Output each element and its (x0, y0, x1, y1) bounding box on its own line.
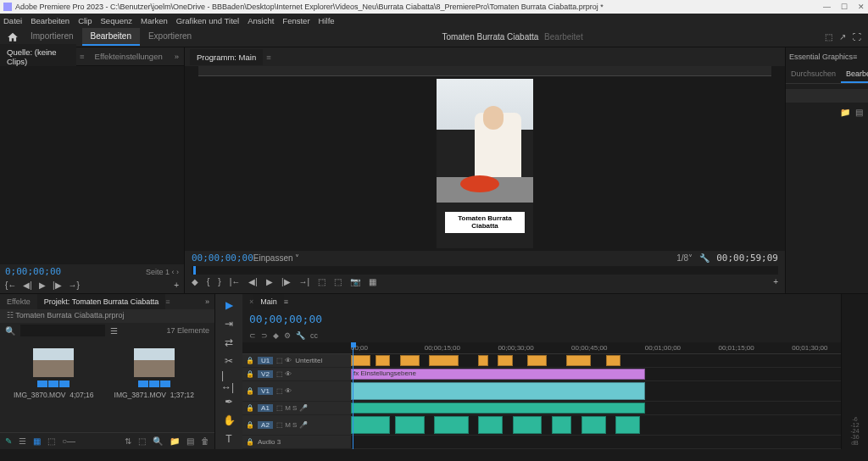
selection-tool-icon[interactable]: ▶ (221, 299, 236, 311)
effect-controls-tab[interactable]: Effekteinstellungen (88, 48, 170, 64)
project-status: Bearbeitet (544, 32, 583, 42)
menu-clip[interactable]: Clip (78, 16, 92, 25)
mark-out-icon[interactable]: →} (69, 280, 80, 290)
graphics-browse-tab[interactable]: Durchsuchen (786, 66, 841, 83)
write-icon[interactable]: ✎ (5, 436, 12, 446)
find-icon[interactable]: 🔍 (153, 436, 163, 446)
play-icon[interactable]: ▶ (39, 280, 46, 290)
close-button[interactable]: ✕ (858, 3, 865, 11)
razor-tool-icon[interactable]: ✂ (221, 355, 236, 367)
slip-tool-icon[interactable]: |↔| (221, 374, 236, 389)
track-select-tool-icon[interactable]: ⇥ (221, 318, 236, 330)
minimize-button[interactable]: — (823, 3, 831, 11)
program-mini-timeline[interactable] (192, 266, 778, 275)
program-timecode-in[interactable]: 00;00;00;00 (192, 253, 253, 264)
ripple-tool-icon[interactable]: ⇄ (221, 336, 236, 348)
layer-icon[interactable]: ▤ (855, 108, 863, 117)
bin-icon[interactable]: ☷ (7, 311, 14, 319)
wrench-icon[interactable]: 🔧 (296, 331, 305, 340)
folder-icon[interactable]: 📁 (840, 108, 850, 117)
quick-export-icon[interactable]: ⬚ (825, 32, 832, 42)
menu-fenster[interactable]: Fenster (282, 16, 309, 25)
type-tool-icon[interactable]: T (221, 433, 236, 445)
menu-marken[interactable]: Marken (141, 16, 168, 25)
play-icon[interactable]: ▶ (266, 277, 273, 286)
project-breadcrumb[interactable]: Tomaten Burrata Ciabatta.prproj (15, 311, 124, 319)
extract-icon[interactable]: ⬚ (334, 277, 342, 286)
mark-in-icon[interactable]: {← (5, 280, 16, 290)
timeline-tools: ▶ ⇥ ⇄ ✂ |↔| ✒ ✋ T (215, 294, 242, 449)
settings-icon[interactable]: ⚙ (284, 331, 291, 340)
snap-icon[interactable]: ⊂ (249, 331, 256, 340)
media-item[interactable]: IMG_3870.MOV 4;07;16 (14, 348, 94, 422)
icon-view-icon[interactable]: ▦ (33, 436, 41, 446)
essential-graphics-tab[interactable]: Essential Graphics (789, 53, 853, 61)
program-panel-tab[interactable]: Programm: Main (190, 49, 263, 65)
effects-panel-tab[interactable]: Effekte (0, 294, 37, 309)
step-forward-icon[interactable]: |▶ (281, 277, 291, 286)
pen-tool-icon[interactable]: ✒ (221, 396, 236, 408)
timeline-tracks-area[interactable]: 00;00 00;00;15;00 00;00;30;00 00;00;45;0… (351, 342, 841, 449)
zoom-level[interactable]: 1/8 (676, 253, 688, 263)
menubar: Datei Bearbeiten Clip Sequenz Marken Gra… (0, 14, 868, 27)
out-icon[interactable]: } (218, 277, 220, 286)
new-item-icon[interactable]: ▤ (186, 436, 194, 446)
goto-in-icon[interactable]: |← (230, 277, 241, 286)
timeline-playhead[interactable] (353, 342, 353, 449)
program-monitor-viewport[interactable]: Tomaten Burrata Ciabatta (185, 76, 785, 251)
fit-dropdown[interactable]: Einpassen (253, 253, 293, 263)
auto-sequence-icon[interactable]: ⬚ (138, 436, 146, 446)
menu-ansicht[interactable]: Ansicht (248, 16, 274, 25)
audio-meter: -6-12-24-36 dB (841, 294, 868, 449)
source-timecode[interactable]: 0;00;00;00 (5, 266, 61, 277)
add-button-icon[interactable]: + (174, 280, 179, 290)
project-search-input[interactable] (20, 325, 105, 336)
source-panel-tab[interactable]: Quelle: (keine Clips) (0, 44, 76, 69)
sequence-tab[interactable]: Main (253, 294, 284, 309)
workspace-tab-export[interactable]: Exportieren (140, 28, 200, 46)
export-frame-icon[interactable]: 📷 (350, 277, 360, 286)
linked-selection-icon[interactable]: ⊃ (261, 331, 268, 340)
goto-out-icon[interactable]: →| (299, 277, 310, 286)
share-icon[interactable]: ↗ (839, 32, 846, 42)
list-view-icon[interactable]: ☰ (19, 436, 26, 446)
lift-icon[interactable]: ⬚ (318, 277, 326, 286)
step-back-icon[interactable]: ◀| (248, 277, 258, 286)
program-ruler-horizontal[interactable] (198, 66, 771, 76)
workspace-tab-edit[interactable]: Bearbeiten (82, 28, 140, 46)
in-icon[interactable]: { (207, 277, 209, 286)
menu-grafiken[interactable]: Grafiken und Titel (176, 16, 239, 25)
hand-tool-icon[interactable]: ✋ (221, 414, 236, 426)
media-item[interactable]: IMG_3871.MOV 1;37;12 (114, 348, 195, 422)
menu-sequenz[interactable]: Sequenz (101, 16, 133, 25)
project-bin-grid[interactable]: IMG_3870.MOV 4;07;16 IMG_3871.MOV 1;37;1… (0, 338, 214, 432)
marker-icon[interactable]: ◆ (192, 277, 198, 286)
panel-overflow-icon[interactable]: » (170, 52, 184, 61)
menu-datei[interactable]: Datei (3, 16, 22, 25)
adjustment-layer-clip: fx Einstellungsebene (351, 369, 645, 380)
freeform-view-icon[interactable]: ⬚ (47, 436, 55, 446)
sort-icon[interactable]: ⇅ (125, 436, 131, 446)
menu-hilfe[interactable]: Hilfe (319, 16, 335, 25)
source-monitor-viewport[interactable] (0, 66, 184, 264)
step-forward-icon[interactable]: |▶ (53, 280, 62, 290)
project-panel-tab[interactable]: Projekt: Tomaten Burrata Ciabatta (37, 294, 165, 309)
program-timecode-out: 00;00;59;09 (716, 253, 778, 264)
zoom-slider[interactable]: ○— (62, 436, 75, 446)
wrench-icon[interactable]: 🔧 (699, 253, 709, 263)
step-back-icon[interactable]: ◀| (23, 280, 32, 290)
maximize-button[interactable]: ☐ (841, 3, 848, 11)
filter-icon[interactable]: ☰ (110, 326, 118, 336)
home-icon[interactable] (7, 31, 19, 43)
delete-icon[interactable]: 🗑 (201, 436, 209, 446)
menu-bearbeiten[interactable]: Bearbeiten (31, 16, 70, 25)
timeline-timecode[interactable]: 00;00;00;00 (249, 313, 322, 325)
fullscreen-icon[interactable]: ⛶ (853, 32, 861, 42)
comparison-icon[interactable]: ▦ (369, 277, 376, 286)
graphics-edit-tab[interactable]: Bearbeı (841, 66, 868, 83)
cc-icon[interactable]: cc (310, 331, 318, 340)
button-editor-icon[interactable]: + (773, 277, 778, 286)
marker-add-icon[interactable]: ◆ (273, 331, 279, 340)
new-bin-icon[interactable]: 📁 (170, 436, 180, 446)
timeline-ruler[interactable]: 00;00 00;00;15;00 00;00;30;00 00;00;45;0… (351, 342, 841, 354)
